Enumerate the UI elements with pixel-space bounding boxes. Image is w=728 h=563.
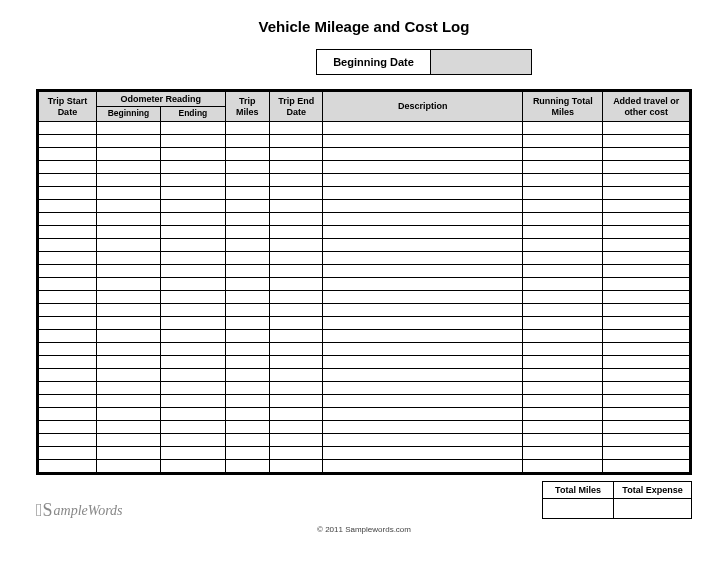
table-cell[interactable] — [523, 200, 603, 213]
table-cell[interactable] — [96, 317, 160, 330]
table-cell[interactable] — [39, 304, 97, 317]
table-cell[interactable] — [603, 304, 690, 317]
table-cell[interactable] — [270, 239, 323, 252]
table-cell[interactable] — [96, 187, 160, 200]
table-cell[interactable] — [225, 213, 269, 226]
table-cell[interactable] — [225, 148, 269, 161]
table-cell[interactable] — [96, 148, 160, 161]
table-cell[interactable] — [523, 213, 603, 226]
table-cell[interactable] — [323, 460, 523, 473]
table-cell[interactable] — [96, 265, 160, 278]
table-cell[interactable] — [225, 395, 269, 408]
total-miles-value[interactable] — [542, 499, 614, 519]
table-cell[interactable] — [270, 395, 323, 408]
table-cell[interactable] — [39, 356, 97, 369]
table-cell[interactable] — [96, 226, 160, 239]
table-cell[interactable] — [39, 317, 97, 330]
table-cell[interactable] — [523, 434, 603, 447]
table-cell[interactable] — [39, 369, 97, 382]
table-cell[interactable] — [96, 343, 160, 356]
table-cell[interactable] — [39, 213, 97, 226]
table-cell[interactable] — [225, 265, 269, 278]
table-cell[interactable] — [161, 382, 225, 395]
table-cell[interactable] — [225, 161, 269, 174]
table-cell[interactable] — [96, 304, 160, 317]
table-cell[interactable] — [323, 239, 523, 252]
table-cell[interactable] — [523, 395, 603, 408]
table-cell[interactable] — [603, 395, 690, 408]
table-cell[interactable] — [39, 148, 97, 161]
table-cell[interactable] — [270, 265, 323, 278]
table-cell[interactable] — [323, 291, 523, 304]
table-cell[interactable] — [39, 330, 97, 343]
table-cell[interactable] — [96, 161, 160, 174]
table-cell[interactable] — [39, 252, 97, 265]
table-cell[interactable] — [523, 369, 603, 382]
table-cell[interactable] — [603, 161, 690, 174]
table-cell[interactable] — [39, 291, 97, 304]
table-cell[interactable] — [225, 239, 269, 252]
table-cell[interactable] — [523, 304, 603, 317]
table-cell[interactable] — [161, 447, 225, 460]
table-cell[interactable] — [270, 252, 323, 265]
table-cell[interactable] — [161, 226, 225, 239]
table-cell[interactable] — [323, 135, 523, 148]
table-cell[interactable] — [161, 291, 225, 304]
table-cell[interactable] — [270, 343, 323, 356]
table-cell[interactable] — [270, 174, 323, 187]
table-cell[interactable] — [270, 460, 323, 473]
table-cell[interactable] — [39, 343, 97, 356]
table-cell[interactable] — [323, 226, 523, 239]
table-cell[interactable] — [323, 161, 523, 174]
table-cell[interactable] — [523, 122, 603, 135]
table-cell[interactable] — [523, 343, 603, 356]
total-expense-value[interactable] — [614, 499, 692, 519]
table-cell[interactable] — [523, 382, 603, 395]
table-cell[interactable] — [96, 408, 160, 421]
table-cell[interactable] — [39, 200, 97, 213]
table-cell[interactable] — [39, 408, 97, 421]
table-cell[interactable] — [161, 174, 225, 187]
table-cell[interactable] — [161, 265, 225, 278]
table-cell[interactable] — [523, 265, 603, 278]
table-cell[interactable] — [603, 239, 690, 252]
table-cell[interactable] — [161, 304, 225, 317]
table-cell[interactable] — [270, 382, 323, 395]
table-cell[interactable] — [161, 356, 225, 369]
table-cell[interactable] — [323, 356, 523, 369]
table-cell[interactable] — [96, 369, 160, 382]
table-cell[interactable] — [603, 278, 690, 291]
table-cell[interactable] — [523, 408, 603, 421]
table-cell[interactable] — [225, 278, 269, 291]
table-cell[interactable] — [225, 369, 269, 382]
table-cell[interactable] — [225, 317, 269, 330]
table-cell[interactable] — [225, 252, 269, 265]
table-cell[interactable] — [603, 122, 690, 135]
table-cell[interactable] — [523, 291, 603, 304]
table-cell[interactable] — [523, 252, 603, 265]
table-cell[interactable] — [270, 434, 323, 447]
table-cell[interactable] — [225, 460, 269, 473]
table-cell[interactable] — [39, 161, 97, 174]
table-cell[interactable] — [603, 408, 690, 421]
table-cell[interactable] — [523, 161, 603, 174]
table-cell[interactable] — [225, 135, 269, 148]
table-cell[interactable] — [270, 187, 323, 200]
table-cell[interactable] — [96, 460, 160, 473]
table-cell[interactable] — [225, 434, 269, 447]
table-cell[interactable] — [323, 304, 523, 317]
table-cell[interactable] — [523, 330, 603, 343]
table-cell[interactable] — [523, 278, 603, 291]
table-cell[interactable] — [523, 239, 603, 252]
table-cell[interactable] — [603, 200, 690, 213]
table-cell[interactable] — [39, 122, 97, 135]
table-cell[interactable] — [603, 148, 690, 161]
table-cell[interactable] — [323, 174, 523, 187]
table-cell[interactable] — [39, 239, 97, 252]
table-cell[interactable] — [39, 460, 97, 473]
table-cell[interactable] — [270, 213, 323, 226]
table-cell[interactable] — [323, 213, 523, 226]
table-cell[interactable] — [225, 421, 269, 434]
table-cell[interactable] — [225, 291, 269, 304]
table-cell[interactable] — [39, 434, 97, 447]
